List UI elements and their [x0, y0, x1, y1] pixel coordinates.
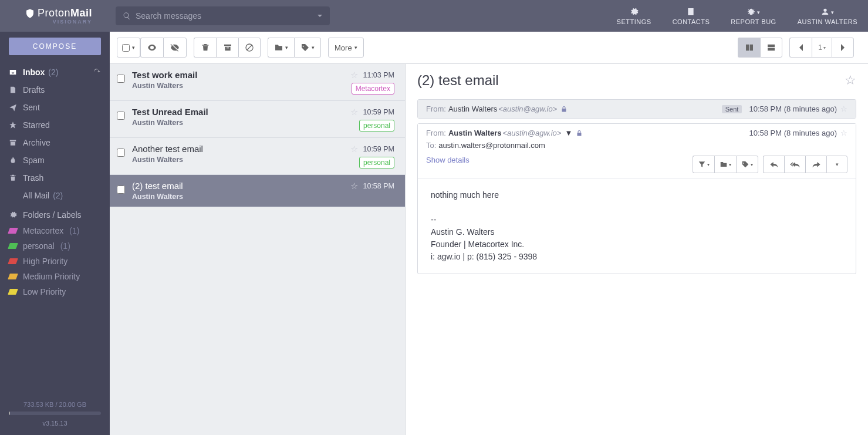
message-list[interactable]: Test work email Austin Walters ☆ 11:03 P… [110, 64, 406, 435]
next-page-button[interactable] [832, 38, 854, 58]
star-conversation-button[interactable]: ☆ [845, 73, 856, 88]
mail-toolbar: ▾ ▾ ▾ More ▾ [110, 32, 868, 64]
message-checkbox[interactable] [117, 112, 125, 120]
sidebar-item-spam[interactable]: Spam [0, 151, 110, 169]
chevron-down-icon[interactable] [317, 13, 323, 19]
more-button[interactable]: More ▾ [328, 38, 364, 58]
filter-button[interactable]: ▾ [693, 156, 714, 173]
message-row[interactable]: Another test email Austin Walters ☆ 10:5… [110, 138, 405, 175]
star-button[interactable]: ☆ [350, 107, 358, 117]
message-row[interactable]: Test work email Austin Walters ☆ 11:03 P… [110, 64, 405, 101]
star-button[interactable]: ☆ [350, 144, 358, 154]
sidebar-label-item[interactable]: personal (1) [0, 238, 110, 254]
message-checkbox[interactable] [117, 186, 125, 194]
select-all-checkbox[interactable]: ▾ [117, 38, 140, 58]
message-checkbox[interactable] [117, 149, 125, 157]
reply-button[interactable] [763, 156, 784, 173]
message-tag: Metacortex [352, 83, 394, 95]
message-tag: personal [359, 157, 394, 168]
app-header: ProtonMail VISIONARY SETTINGS CONTACTS ▾… [0, 0, 868, 32]
sidebar-label-item[interactable]: High Priority [0, 254, 110, 269]
prev-page-button[interactable] [789, 38, 812, 58]
sidebar-label-item[interactable]: Medium Priority [0, 269, 110, 284]
message-row[interactable]: (2) test email Austin Walters ☆ 10:58 PM [110, 175, 405, 207]
mark-unread-button[interactable] [163, 38, 187, 58]
star-message-button[interactable]: ☆ [840, 104, 847, 113]
sidebar-item-sent[interactable]: Sent [0, 99, 110, 116]
label-message-button[interactable]: ▾ [736, 156, 758, 173]
select-all-input[interactable] [122, 44, 130, 52]
eye-icon [147, 42, 157, 53]
label-swatch-icon [8, 289, 18, 295]
compose-button[interactable]: COMPOSE [9, 38, 101, 55]
label-name: Metacortex [23, 226, 63, 235]
message-subject: Test work email [132, 70, 343, 80]
to-address: austin.walters@protonmail.com [438, 141, 545, 150]
label-name: Medium Priority [23, 272, 80, 281]
layout-row-button[interactable] [760, 38, 782, 58]
tag-icon [300, 43, 310, 52]
message-time: 10:58 PM [363, 182, 394, 190]
gear-icon [9, 211, 17, 219]
sent-badge: Sent [722, 105, 742, 113]
forward-button[interactable] [805, 156, 826, 173]
folder-icon [720, 160, 728, 168]
star-button[interactable]: ☆ [350, 70, 358, 80]
archive-button[interactable] [216, 38, 238, 58]
message-checkbox[interactable] [117, 75, 125, 83]
message-time: 10:58 PM (8 minutes ago) [749, 129, 837, 137]
sidebar-label-item[interactable]: Metacortex (1) [0, 223, 110, 238]
message-sender: Austin Walters [132, 82, 343, 90]
search-box[interactable] [116, 6, 330, 25]
label-swatch-icon [8, 274, 18, 279]
expand-from-button[interactable]: ▼ [565, 129, 572, 137]
sidebar-item-starred[interactable]: Starred [0, 116, 110, 134]
move-to-folder-button[interactable]: ▾ [268, 38, 294, 58]
message-card-collapsed[interactable]: From: Austin Walters <austin@agw.io> Sen… [417, 99, 856, 119]
address-book-icon [686, 7, 695, 16]
search-input[interactable] [136, 11, 317, 21]
sidebar-item-allmail[interactable]: All Mail (2) [0, 187, 110, 204]
label-button[interactable]: ▾ [294, 38, 321, 58]
sidebar-item-drafts[interactable]: Drafts [0, 81, 110, 99]
search-icon [123, 12, 131, 20]
archive-icon [9, 139, 17, 147]
fire-icon [9, 156, 17, 164]
label-swatch-icon [8, 258, 18, 264]
archive-icon [223, 43, 232, 52]
message-time: 10:58 PM (8 minutes ago) [749, 104, 837, 113]
contacts-link[interactable]: CONTACTS [662, 7, 721, 25]
spam-button[interactable] [238, 38, 261, 58]
reply-all-button[interactable] [784, 156, 805, 173]
page-number[interactable]: 1 ▾ [812, 38, 832, 58]
move-message-button[interactable]: ▾ [714, 156, 736, 173]
sidebar: COMPOSE Inbox (2) Drafts Sent Starred Ar… [0, 32, 110, 435]
report-bug-link[interactable]: ▾ REPORT BUG [720, 7, 786, 25]
layout-column-button[interactable] [738, 38, 760, 58]
lock-icon [560, 106, 568, 113]
sidebar-item-archive[interactable]: Archive [0, 134, 110, 151]
bug-icon [747, 7, 756, 16]
message-row[interactable]: Test Unread Email Austin Walters ☆ 10:59… [110, 101, 405, 138]
mark-read-button[interactable] [140, 38, 163, 58]
account-menu[interactable]: ▾ AUSTIN WALTERS [787, 7, 868, 25]
star-message-button[interactable]: ☆ [840, 129, 847, 137]
star-button[interactable]: ☆ [350, 181, 358, 191]
tag-icon [741, 160, 749, 168]
settings-link[interactable]: SETTINGS [606, 7, 662, 25]
show-details-button[interactable]: Show details [426, 156, 470, 164]
labels-section-header[interactable]: Folders / Labels [0, 204, 110, 223]
message-time: 10:59 PM [363, 108, 394, 116]
delete-button[interactable] [194, 38, 216, 58]
sidebar-label-item[interactable]: Low Priority [0, 284, 110, 299]
refresh-icon[interactable] [93, 68, 101, 76]
more-actions-button[interactable]: ▾ [826, 156, 847, 173]
label-count: (1) [69, 226, 79, 235]
message-tag: personal [359, 120, 394, 131]
reader-subject: (2) test email [417, 72, 499, 89]
logo[interactable]: ProtonMail VISIONARY [0, 7, 110, 25]
sidebar-item-trash[interactable]: Trash [0, 169, 110, 187]
lock-icon [576, 130, 583, 137]
folder-icon [274, 43, 283, 52]
sidebar-item-inbox[interactable]: Inbox (2) [0, 63, 110, 81]
